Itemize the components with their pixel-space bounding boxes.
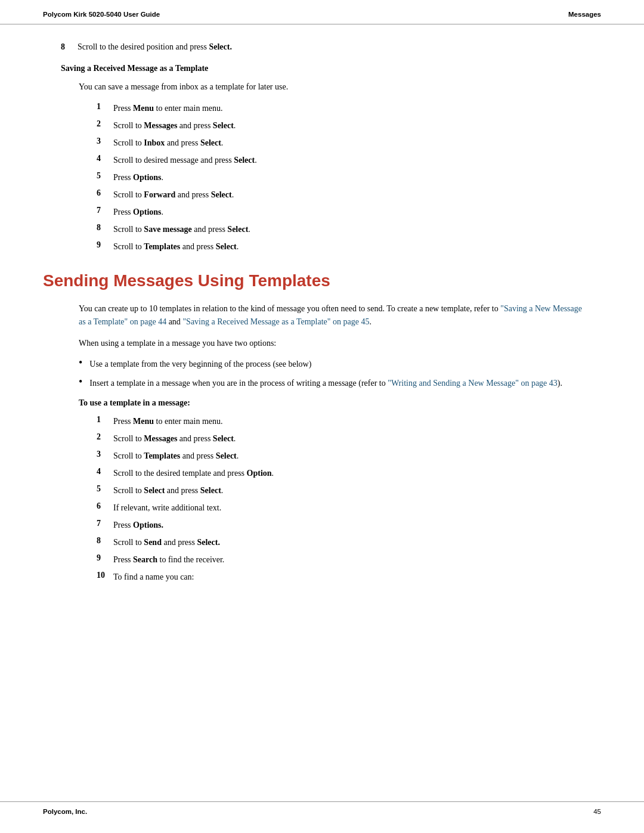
step-s1-9: 9 Scroll to Templates and press Select. bbox=[97, 240, 583, 253]
page-content: 8 Scroll to the desired position and pre… bbox=[0, 24, 644, 625]
subsection-heading-1: Saving a Received Message as a Template bbox=[61, 64, 601, 73]
step-s2-8: 8 Scroll to Send and press Select. bbox=[97, 536, 583, 549]
step-s1-2: 2 Scroll to Messages and press Select. bbox=[97, 119, 583, 132]
footer-company: Polycom, Inc. bbox=[43, 808, 87, 815]
step-text: Scroll to the desired position and press… bbox=[78, 42, 601, 52]
subsection1-body: You can save a message from inbox as a t… bbox=[79, 80, 583, 253]
top-step-8: 8 Scroll to the desired position and pre… bbox=[61, 42, 601, 52]
subsection-heading-2: To use a template in a message: bbox=[79, 398, 583, 408]
step-s1-5: 5 Press Options. bbox=[97, 171, 583, 184]
section-para2: When using a template in a message you h… bbox=[79, 337, 583, 350]
step-s2-4: 4 Scroll to the desired template and pre… bbox=[97, 467, 583, 479]
step-s2-10: 10 To find a name you can: bbox=[97, 571, 583, 583]
step-s1-4: 4 Scroll to desired message and press Se… bbox=[97, 154, 583, 166]
page: Polycom Kirk 5020-5040 User Guide Messag… bbox=[0, 0, 644, 833]
subsection-saving-received: Saving a Received Message as a Template … bbox=[43, 64, 601, 253]
bullet-icon-2: • bbox=[79, 376, 82, 390]
step-s2-3: 3 Scroll to Templates and press Select. bbox=[97, 450, 583, 462]
section-intro-para: You can create up to 10 templates in rel… bbox=[79, 302, 583, 328]
link-saving-received[interactable]: "Saving a Received Message as a Template… bbox=[182, 317, 369, 326]
header-left: Polycom Kirk 5020-5040 User Guide bbox=[43, 11, 160, 18]
subsection1-intro: You can save a message from inbox as a t… bbox=[79, 80, 583, 94]
bullet-item-1: • Use a template from the very beginning… bbox=[79, 358, 583, 371]
header-right: Messages bbox=[568, 11, 601, 18]
subsection2-steps: 1 Press Menu to enter main menu. 2 Scrol… bbox=[79, 415, 583, 583]
subsection-use-template: To use a template in a message: 1 Press … bbox=[79, 398, 583, 583]
link-writing-new[interactable]: "Writing and Sending a New Message" on p… bbox=[388, 379, 558, 388]
step-s1-3: 3 Scroll to Inbox and press Select. bbox=[97, 137, 583, 149]
page-header: Polycom Kirk 5020-5040 User Guide Messag… bbox=[0, 0, 644, 24]
step-number: 8 bbox=[61, 42, 78, 52]
step-s2-5: 5 Scroll to Select and press Select. bbox=[97, 484, 583, 497]
step-s2-6: 6 If relevant, write additional text. bbox=[97, 501, 583, 514]
bullet-icon-1: • bbox=[79, 357, 82, 371]
footer-page-number: 45 bbox=[593, 808, 601, 815]
step-s2-1: 1 Press Menu to enter main menu. bbox=[97, 415, 583, 428]
step-s1-8: 8 Scroll to Save message and press Selec… bbox=[97, 223, 583, 236]
step-s2-9: 9 Press Search to find the receiver. bbox=[97, 553, 583, 566]
step-s1-1: 1 Press Menu to enter main menu. bbox=[97, 102, 583, 114]
subsection1-steps: 1 Press Menu to enter main menu. 2 Scrol… bbox=[79, 102, 583, 253]
page-footer: Polycom, Inc. 45 bbox=[0, 801, 644, 821]
step-s1-7: 7 Press Options. bbox=[97, 206, 583, 218]
step-s2-2: 2 Scroll to Messages and press Select. bbox=[97, 432, 583, 445]
section-title-sending: Sending Messages Using Templates bbox=[43, 271, 601, 291]
section-sending-body: You can create up to 10 templates in rel… bbox=[79, 302, 583, 583]
step-s1-6: 6 Scroll to Forward and press Select. bbox=[97, 188, 583, 201]
options-bullet-list: • Use a template from the very beginning… bbox=[79, 358, 583, 389]
bullet-item-2: • Insert a template in a message when yo… bbox=[79, 377, 583, 390]
step-s2-7: 7 Press Options. bbox=[97, 519, 583, 531]
